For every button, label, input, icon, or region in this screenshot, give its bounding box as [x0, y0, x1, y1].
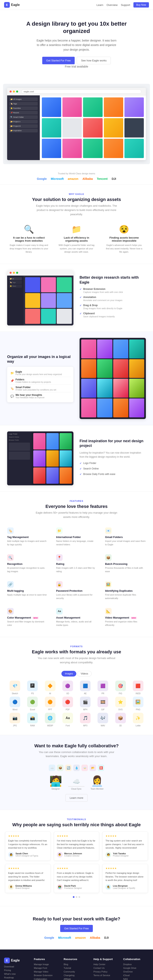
footer-link[interactable]: Help Center [93, 963, 119, 966]
tab-videos[interactable]: Videos [77, 671, 92, 676]
footer-link[interactable]: Dropbox [123, 963, 149, 966]
nav-overview[interactable]: Overview [106, 3, 118, 6]
stars-2: ★★★★★ [57, 835, 96, 837]
test-text-4: Eagle saved me countless hours of search… [8, 871, 48, 882]
format-icon-img: Aa [63, 713, 73, 723]
format-icon-img: 📷 [10, 713, 20, 723]
footer-link[interactable]: Changelog [64, 974, 89, 977]
inspiration-item: Search Online [80, 467, 146, 470]
page-dot-1[interactable] [73, 896, 74, 898]
hero-secondary-btn[interactable]: See how Eagle works [77, 57, 111, 64]
footer-link[interactable]: Google Drive [123, 967, 149, 969]
grid-item [113, 379, 128, 398]
format-sketch: 💎 Sketch [7, 681, 23, 695]
grid-item [81, 359, 96, 378]
test-text-3: The tag system and color search are game… [105, 839, 145, 850]
footer-link[interactable]: Contact Us [93, 967, 119, 969]
brand-alibaba: Alibaba [82, 177, 93, 180]
better-design-section: 📁 All 🏷️ Tags ⭐ Stars Better d [3, 264, 150, 331]
format-icon-img: 🅿 [27, 681, 38, 691]
platform-icon-nas: 🌩️ [81, 765, 88, 771]
final-cta-btn[interactable]: Get Started For Free [60, 925, 93, 932]
feature-item: Annotation Annotate and comment on your … [80, 296, 146, 301]
feature-item: Clipboard Save clipboard images instantl… [80, 312, 146, 318]
image-card [63, 118, 82, 137]
inspiration-content: Find inspiration for your next design pr… [80, 439, 146, 478]
footer-link[interactable]: Collaboration [34, 978, 60, 980]
format-icon-img: 🎬 [80, 697, 90, 707]
grid-item [81, 398, 96, 417]
testimonials-section: TESTIMONIALS Why people are saying such … [0, 810, 153, 906]
footer-link[interactable]: Download [4, 966, 30, 968]
testimonial-3: ★★★★★ The tag system and color search ar… [102, 832, 148, 861]
brand-logos: Google Microsoft amazon Alibaba Tencent … [4, 177, 149, 180]
final-cta-section: Ready to fuel your best work with Eagle?… [0, 906, 153, 950]
format-icon-img: 💎 [10, 681, 20, 691]
format-icon-img: 🔵 [10, 697, 20, 707]
footer-link[interactable]: Manage Video [34, 970, 60, 973]
inspiration-item: Logo Finder [80, 462, 146, 465]
footer-link[interactable]: What's new [4, 973, 30, 975]
collaborative-section: Want to make Eagle fully collaborative? … [0, 735, 153, 810]
footer-link[interactable]: Manage Font [34, 967, 60, 969]
format-wav: 🎶 WAV [95, 713, 111, 727]
format-icon-img: 🌐 [45, 713, 55, 723]
sidebar-item: 📁 All Images [9, 97, 38, 101]
tab-images[interactable]: Images [61, 671, 76, 676]
format-icon-img: ✨ [133, 713, 143, 723]
testimonials-pagination [4, 896, 149, 898]
avatar-6: 👩‍🎨 [105, 884, 111, 890]
author-name-5: David Park [64, 885, 82, 887]
page-dot-2[interactable] [76, 896, 77, 898]
feature-card-gmail: 📧 Gmail Folders Import your email images… [103, 525, 148, 548]
format-icon-img: 🔴 [63, 697, 73, 707]
footer-link[interactable]: NAS [123, 978, 149, 980]
grid-item [113, 359, 128, 378]
footer-link[interactable]: Privacy Policy [93, 970, 119, 973]
pain-title-2: Lack of efficiency in organizing assets [57, 236, 96, 242]
testimonial-5: ★★★★★ From a skeptic to a believer. Eagl… [54, 864, 99, 893]
organize-sidebar-preview: 📁 Eagle Put all your design assets here … [7, 367, 73, 402]
hero-description: Eagle helps you become a happier, better… [36, 38, 117, 52]
footer-link[interactable]: Pricing [4, 969, 30, 972]
author-name-4: Emma Williams [16, 885, 32, 887]
navbar: E Eagle Learn Overview Support Buy Now [0, 0, 153, 10]
footer-link[interactable]: iCloud [123, 974, 149, 977]
nav-learn[interactable]: Learn [97, 3, 103, 6]
footer-link[interactable]: Browser Extension [34, 974, 60, 977]
nav-support[interactable]: Support [121, 3, 130, 6]
feature-icon: 📦 [105, 554, 111, 561]
testimonial-1: ★★★★★ Eagle has completely transformed h… [5, 832, 51, 861]
test-text-1: Eagle has completely transformed how I o… [8, 839, 48, 850]
footer-link[interactable]: OneDrive [123, 970, 149, 973]
collab-learn-more-btn[interactable]: Learn more [66, 794, 87, 802]
footer-link[interactable]: Tutorial [64, 967, 89, 969]
dark-image-grid [80, 338, 146, 419]
hero-primary-btn[interactable]: Get Started For Free [42, 57, 75, 64]
footer-link[interactable]: Roadmap [4, 976, 30, 979]
footer-col-features: Features Manage Image Manage Font Manage… [34, 958, 60, 980]
grid-item [97, 398, 112, 417]
collab-person-1: 🧑‍💻 Designer [49, 775, 62, 790]
footer-link[interactable]: Community [64, 970, 89, 973]
format-icon-img: 📸 [27, 713, 38, 723]
page-dot-3[interactable] [79, 896, 80, 898]
grid-item [113, 398, 128, 417]
pain-icon-1: 🔍 [9, 224, 48, 234]
grid-item [129, 339, 144, 358]
footer-link[interactable]: Blog [64, 963, 89, 966]
footer-link[interactable]: Affiliate [64, 978, 89, 980]
footer-link[interactable]: Terms of Service [93, 974, 119, 977]
grid-item [129, 398, 144, 417]
footer-link[interactable]: Manage Image [34, 963, 60, 966]
format-xd: 🟣 XD [60, 681, 76, 695]
brand-dji: DJI [111, 177, 116, 180]
hero-note: Free trial available [36, 64, 117, 69]
pain-grid: 🔍 It can be a fuss to collect images fro… [7, 223, 146, 256]
image-card [42, 139, 61, 158]
sidebar-preview-item: 🏷️ Smart Folder A folder auto-populated … [10, 385, 71, 392]
sidebar-preview-item: 💬 We hear your thoughts Your feedback he… [10, 392, 71, 400]
browser-dot-red [10, 91, 11, 92]
feature-card-batch: 📦 Batch Processing Process thousands of … [103, 552, 148, 575]
nav-cta-button[interactable]: Buy Now [134, 2, 149, 8]
